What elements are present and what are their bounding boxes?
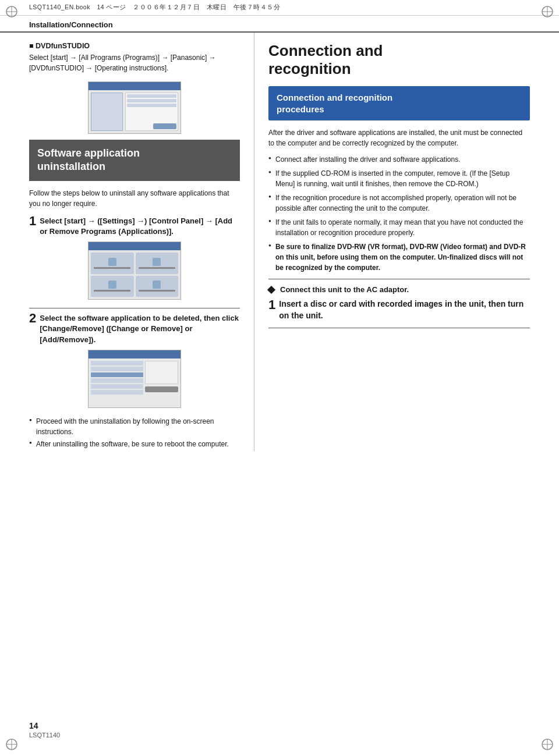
right-title: Connection and recognition <box>268 42 530 78</box>
dvd-studio-text: Select [start] → [All Programs (Programs… <box>29 52 240 73</box>
conn-recog-box: Connection and recognition procedures <box>268 86 530 120</box>
ss-main-area <box>125 93 178 131</box>
corner-mark-tl <box>5 5 19 19</box>
ss2-icon-3 <box>108 281 116 289</box>
ss2-item-2 <box>136 253 179 274</box>
ss3-row-3 <box>91 372 143 377</box>
ss-sidebar <box>91 93 123 131</box>
ss-item-3 <box>127 104 176 107</box>
ss2-icon-1 <box>108 258 116 266</box>
footer-code: LSQT1140 <box>29 732 60 739</box>
step-1-num: 1 <box>29 215 36 228</box>
ss2-item-4 <box>136 276 179 297</box>
corner-mark-tr <box>540 5 554 19</box>
left-bullet-2: After uninstalling the software, be sure… <box>29 439 240 449</box>
follow-text: Follow the steps below to uninstall any … <box>29 188 240 209</box>
section-label: Installation/Connection <box>29 20 113 29</box>
left-column: DVDfunSTUDIO Select [start] → [All Progr… <box>29 33 254 451</box>
step1-screenshot <box>88 242 181 300</box>
corner-mark-bl <box>5 737 19 751</box>
ss3-right <box>145 361 178 405</box>
step-divider <box>29 308 240 308</box>
ss2-label-4 <box>139 290 175 292</box>
ss3-list <box>91 361 143 405</box>
right-step-1: 1 Insert a disc or card with recorded im… <box>268 299 530 321</box>
right-divider-1 <box>268 279 530 279</box>
soft-uninstall-line2: uninstallation <box>37 161 105 172</box>
conn-box-line1: Connection and recognition <box>277 93 392 102</box>
left-bullet-list: Proceed with the uninstallation by follo… <box>29 416 240 449</box>
ss3-row-5 <box>91 384 143 389</box>
right-bullet-3: If the unit fails to operate normally, i… <box>268 217 530 238</box>
ss3-body <box>89 359 181 407</box>
step-2: 2 Select the software application to be … <box>29 313 240 408</box>
step-1: 1 Select [start] → ([Settings] →) [Contr… <box>29 216 240 300</box>
dvd-studio-title: DVDfunSTUDIO <box>29 42 240 50</box>
ss3-btn <box>145 386 178 392</box>
right-column: Connection and recognition Connection an… <box>254 33 530 451</box>
ss3-row-1 <box>91 361 143 365</box>
step-2-text: Select the software application to be de… <box>40 313 240 345</box>
right-step-1-text: Insert a disc or card with recorded imag… <box>279 299 530 321</box>
step-1-header: 1 Select [start] → ([Settings] →) [Contr… <box>29 216 240 237</box>
ss2-icon-4 <box>153 281 161 289</box>
ss2-icon-2 <box>153 258 161 266</box>
ss2-label-3 <box>94 290 130 292</box>
right-bullet-list: Connect after installing the driver and … <box>268 154 530 273</box>
dvd-studio-section: DVDfunSTUDIO Select [start] → [All Progr… <box>29 42 240 73</box>
section-header: Installation/Connection <box>0 16 559 33</box>
ss-item-1 <box>127 94 176 98</box>
ss2-label-1 <box>94 267 130 269</box>
right-step-1-num: 1 <box>268 299 275 311</box>
step-1-text: Select [start] → ([Settings] →) [Control… <box>40 216 240 237</box>
right-intro: After the driver and software applicatio… <box>268 127 530 148</box>
ss2-item-1 <box>91 253 134 274</box>
diamond-icon <box>267 286 275 294</box>
footer-page-num: 14 <box>29 721 60 730</box>
ss3-row-2 <box>91 367 143 371</box>
right-bullet-0: Connect after installing the driver and … <box>268 154 530 165</box>
step-2-header: 2 Select the software application to be … <box>29 313 240 345</box>
corner-mark-br <box>540 737 554 751</box>
step-2-num: 2 <box>29 312 36 325</box>
ss2-item-3 <box>91 276 134 297</box>
connect-ac-line: Connect this unit to the AC adaptor. <box>268 285 530 294</box>
soft-uninstall-box: Software application uninstallation <box>29 140 240 181</box>
connect-ac-section: Connect this unit to the AC adaptor. 1 I… <box>268 285 530 328</box>
ss2-label-2 <box>139 267 175 269</box>
ss2-titlebar <box>89 242 181 250</box>
book-info: LSQT1140_EN.book 14 ページ ２００６年１２月７日 木曜日 午… <box>29 3 530 12</box>
main-content: DVDfunSTUDIO Select [start] → [All Progr… <box>0 33 559 451</box>
left-bullet-1: Proceed with the uninstallation by follo… <box>29 416 240 437</box>
dvd-studio-screenshot <box>88 81 181 134</box>
conn-box-line2: procedures <box>277 104 324 114</box>
right-bullet-4: Be sure to finalize DVD-RW (VR format), … <box>268 242 530 273</box>
ss-item-2 <box>127 99 176 102</box>
step2-screenshot <box>88 350 181 408</box>
ss3-row-4 <box>91 378 143 383</box>
right-bullet-2: If the recognition procedure is not acco… <box>268 193 530 214</box>
ss-button <box>153 123 176 129</box>
ss-titlebar <box>89 82 181 90</box>
right-title-line1: Connection and <box>268 42 383 59</box>
top-header: LSQT1140_EN.book 14 ページ ２００６年１２月７日 木曜日 午… <box>0 0 559 16</box>
connect-ac-text: Connect this unit to the AC adaptor. <box>280 285 409 294</box>
ss3-info <box>145 361 178 384</box>
right-divider-2 <box>268 328 530 328</box>
footer: 14 LSQT1140 <box>29 721 530 739</box>
ss3-titlebar <box>89 350 181 359</box>
soft-uninstall-line1: Software application <box>37 147 140 159</box>
ss2-body <box>89 250 181 299</box>
ss-body <box>89 90 181 133</box>
right-bullet-1: If the supplied CD-ROM is inserted in th… <box>268 168 530 189</box>
right-title-line2: recognition <box>268 60 351 77</box>
ss3-row-6 <box>91 390 143 395</box>
